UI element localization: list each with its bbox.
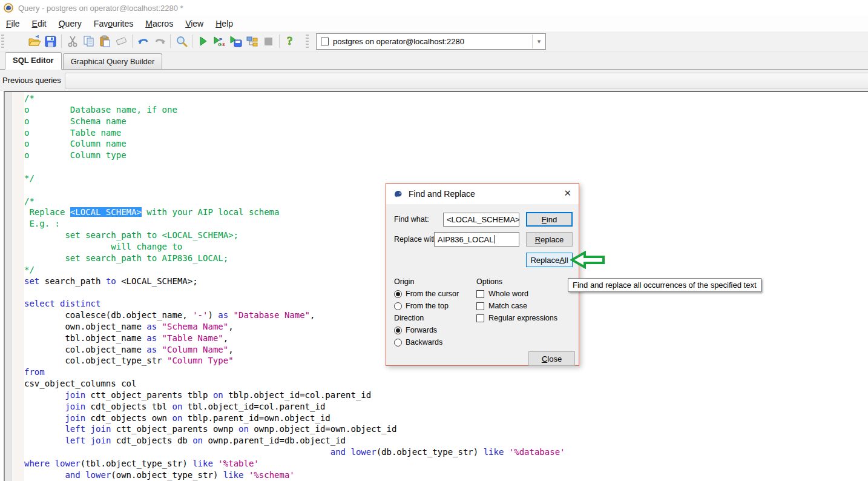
code-line: o Schema name [24,116,868,127]
checkbox-option-regular-expressions[interactable]: Regular expressions [476,312,576,324]
annotation-arrow-icon [570,251,605,269]
find-what-label: Find what: [394,215,429,224]
radio-origin-from-the-cursor[interactable]: From the cursor [394,288,476,300]
replace-with-label: Replace with: [394,235,439,244]
radio-icon [394,302,402,310]
open-file-icon [28,35,41,47]
close-icon[interactable]: ✕ [564,188,571,197]
replace-all-button[interactable]: Replace All [526,253,573,267]
tab-strip: SQL Editor Graphical Query Builder [0,52,868,70]
dialog-titlebar: Find and Replace ✕ [386,184,579,204]
find-button[interactable]: Find [526,212,573,227]
options-group-label: Options [476,276,576,288]
clear-window-button[interactable] [113,33,130,49]
checkbox-option-match-case[interactable]: Match case [476,300,576,312]
code-line: o Table name [24,127,868,139]
window-titlebar: Query - postgres on operator@localhost:2… [0,0,868,16]
tab-sql-editor[interactable]: SQL Editor [5,52,62,70]
code-line: csv_object_columns col [24,378,868,390]
toolbar-separator [279,35,280,48]
tab-graphical-query-builder[interactable]: Graphical Query Builder [63,53,163,69]
menu-favourites[interactable]: Favourites [88,17,139,30]
radio-icon [394,327,402,334]
code-line: */ [24,173,868,184]
undo-button[interactable] [135,33,151,49]
find-button[interactable] [173,33,189,49]
text-caret [495,235,495,244]
menu-help[interactable]: Help [209,17,239,30]
chevron-down-icon[interactable]: ▾ [532,35,545,48]
save-button[interactable] [42,33,59,49]
previous-queries-bar: Previous queries [0,70,868,91]
toolbar-separator [170,35,171,48]
menu-query[interactable]: Query [53,17,88,30]
svg-text:G: G [218,42,222,47]
code-line [24,161,868,173]
radio-origin-from-the-top[interactable]: From the top [394,300,476,312]
checkbox-icon [476,290,484,298]
toolbar-grip[interactable] [306,35,309,48]
radio-direction-forwards[interactable]: Forwards [394,324,476,336]
svg-text:3: 3 [222,42,225,47]
find-what-input[interactable]: <LOCAL_SCHEMA> [443,213,519,227]
redo-button[interactable] [151,33,168,49]
radio-icon [394,290,402,298]
code-line: join cdt_objects tbl on tbl.object_id=co… [24,401,868,413]
help-icon: ? [285,35,296,47]
previous-queries-label: Previous queries [2,76,61,85]
menu-file[interactable]: File [0,17,26,30]
connection-checkbox-glyph [321,38,329,45]
copy-button[interactable] [81,33,97,49]
connection-combobox[interactable]: postgres on operator@localhost:2280 ▾ [316,33,546,50]
close-button[interactable]: Close [528,351,575,366]
cut-button[interactable] [64,33,81,49]
editor-fold-margin [12,92,24,481]
execute-to-file-icon [229,36,243,47]
toolbar-separator [61,35,62,48]
code-line: where lower(tbl.object_type_str) like '%… [24,458,868,469]
origin-group-label: Origin [394,276,476,288]
menu-macros[interactable]: Macros [139,17,179,30]
menu-edit[interactable]: Edit [26,17,53,30]
toolbar: P G 3 [0,32,868,51]
execute-pgscript-icon: P G 3 [213,36,226,47]
paste-button[interactable] [97,33,113,49]
execute-query-button[interactable] [195,33,211,49]
execute-pgscript-button[interactable]: P G 3 [211,33,228,49]
radio-icon [394,339,402,347]
menu-view[interactable]: View [179,17,209,30]
cancel-query-button[interactable] [260,33,277,49]
checkbox-option-whole-word[interactable]: Whole word [476,288,576,300]
toolbar-separator [192,35,192,48]
radio-direction-backwards[interactable]: Backwards [394,336,476,348]
explain-query-button[interactable] [244,33,260,49]
paste-icon [99,35,111,47]
code-line: o Database name, if one [24,104,868,116]
checkbox-icon [476,314,484,322]
pgadmin-app-icon [4,3,13,13]
explain-query-icon [246,36,258,47]
code-line: /* [24,93,868,104]
help-button[interactable]: ? [282,33,298,49]
code-line: and lower(own.object_type_str) like '%sc… [24,469,868,481]
checkbox-icon [476,302,484,310]
code-line: and lower(db.object_type_str) like '%dat… [24,446,868,458]
execute-to-file-button[interactable] [228,33,244,49]
redo-icon [154,36,166,47]
toolbar-grip[interactable] [1,35,4,48]
dialog-title: Find and Replace [409,189,475,199]
editor-margin [5,92,12,481]
code-line: from [24,367,868,378]
clear-window-icon [115,36,128,47]
undo-icon [137,36,150,47]
replace-button[interactable]: Replace [526,232,573,247]
replace-with-input[interactable]: AIP836_LOCAL [434,232,519,247]
code-line: o Column name [24,138,868,150]
pgadmin-query-window: Query - postgres on operator@localhost:2… [0,0,868,481]
open-file-button[interactable] [26,33,42,49]
previous-queries-combobox[interactable] [65,73,868,88]
menu-bar: FileEditQueryFavouritesMacrosViewHelp [0,16,868,32]
execute-query-icon [199,36,208,47]
direction-group-label: Direction [394,312,476,324]
copy-icon [83,35,94,47]
